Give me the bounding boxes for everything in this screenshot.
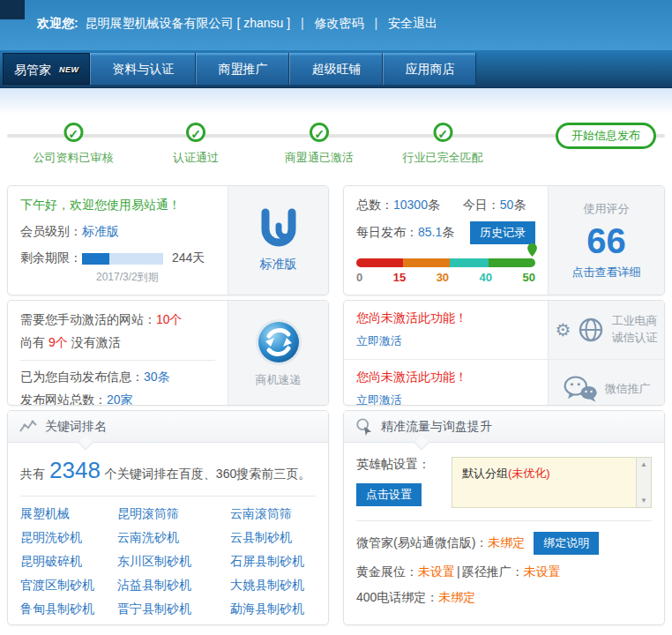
- step-alliance-activated: ✓ 商盟通已激活: [285, 123, 354, 166]
- hero-group-value: 默认分组: [462, 467, 508, 480]
- function-row-wechat-promo: 您尚未激活此功能！ 立即激活 微信推广: [344, 360, 664, 406]
- function-content: 您尚未激活此功能！ 立即激活: [344, 301, 548, 359]
- hero-group-status: (未优化): [508, 467, 550, 480]
- score-detail-link[interactable]: 点击查看详细: [572, 265, 641, 280]
- start-publish-button[interactable]: 开始信息发布: [556, 123, 656, 149]
- scrollbar[interactable]: ▲ ▼: [636, 458, 651, 507]
- bind-help-button[interactable]: 绑定说明: [534, 532, 599, 555]
- activate-now-link[interactable]: 立即激活: [356, 334, 402, 347]
- activation-stats-content: 需要您手动激活的网站：10个 尚有9个没有激活 已为您自动发布信息：30条 发布…: [8, 301, 228, 405]
- keyword-link[interactable]: 勐海县制砂机: [230, 601, 316, 617]
- yizhantong-dashboard: 欢迎您: 昆明展塑机械设备有限公司 [ zhansu ] | 修改密码 | 安全…: [0, 0, 672, 635]
- keyword-link[interactable]: 沾益县制砂机: [117, 578, 230, 594]
- logout-link[interactable]: 安全退出: [388, 16, 437, 30]
- keyword-link[interactable]: 大姚县制砂机: [230, 578, 316, 594]
- line4-label: 发布网站总数：: [20, 392, 107, 406]
- not-activated-warning: 您尚未激活此功能！: [356, 370, 535, 385]
- wechat-manager-line: 微管家(易站通微信版)：未绑定 绑定说明: [356, 532, 652, 555]
- term-progress-bar: [82, 253, 163, 265]
- keyword-link[interactable]: 云县制砂机: [230, 530, 316, 546]
- tab-profile-certification[interactable]: 资料与认证: [90, 53, 196, 85]
- history-button[interactable]: 历史记录: [470, 221, 535, 244]
- hero-post-label: 英雄帖设置：: [356, 457, 441, 473]
- keyword-link[interactable]: 东川区制砂机: [117, 554, 230, 570]
- check-icon: ✓: [310, 123, 329, 142]
- activate-now-link[interactable]: 立即激活: [356, 393, 402, 406]
- change-password-link[interactable]: 修改密码: [315, 16, 364, 30]
- publish-meter: 0 15 30 40 50: [356, 258, 535, 284]
- line2-value: 9个: [49, 335, 68, 349]
- path-label: 蹊径推广：: [462, 564, 524, 579]
- keyword-link[interactable]: 鲁甸县制砂机: [20, 601, 117, 617]
- tab-label: 易管家: [14, 63, 51, 77]
- keyword-link[interactable]: 昆明破碎机: [20, 554, 117, 570]
- line4-value: 20家: [107, 392, 133, 406]
- divider: [20, 360, 215, 361]
- level-value-link[interactable]: 标准版: [82, 224, 119, 238]
- hero-post-settings-row: 英雄帖设置： 点击设置 默认分组(未优化) ▲ ▼: [356, 457, 652, 508]
- scale-30: 30: [437, 271, 449, 284]
- gold-label: 黄金展位：: [356, 564, 418, 579]
- line2-post: 没有激活: [71, 335, 121, 349]
- tab-label: 资料与认证: [112, 62, 174, 76]
- meter-segment-teal: [450, 258, 489, 267]
- phone-line-text: 400电话绑定：未绑定: [356, 590, 475, 606]
- step-industry-matched: ✓ 行业已完全匹配: [403, 123, 483, 166]
- keyword-link[interactable]: 石屏县制砂机: [230, 554, 316, 570]
- remain-value: 244天: [172, 250, 205, 266]
- wechat-status: 未绑定: [488, 535, 525, 549]
- tab-label: 超级旺铺: [311, 62, 361, 76]
- tab-alliance-promotion[interactable]: 商盟推广: [196, 53, 289, 85]
- business-express-globe-icon: [255, 318, 302, 366]
- step-company-verified: ✓ 公司资料已审核: [34, 123, 114, 166]
- function-icon-area: ⚙ 工业电商 诚信认证: [548, 301, 664, 359]
- keyword-panel-header: 关键词排名: [8, 411, 328, 443]
- separator: |: [457, 564, 460, 579]
- main-nav: 易管家 NEW 资料与认证 商盟推广 超级旺铺 应用商店: [0, 50, 672, 88]
- tab-super-shop[interactable]: 超级旺铺: [289, 53, 383, 85]
- gold-booth-line: 黄金展位：未设置|蹊径推广：未设置: [356, 564, 652, 580]
- step-label: 认证通过: [173, 150, 219, 166]
- tab-yiguanjia[interactable]: 易管家 NEW: [3, 53, 90, 85]
- not-activated-warning: 您尚未激活此功能！: [356, 310, 535, 326]
- keyword-link[interactable]: 云南滚筒筛: [230, 506, 316, 522]
- function-label-line: 诚信认证: [611, 330, 657, 347]
- company-name: 昆明展塑机械设备有限公司: [86, 16, 234, 30]
- member-level-line: 会员级别：标准版: [20, 224, 215, 240]
- traffic-panel-title: 精准流量与询盘提升: [381, 419, 492, 435]
- today-unit: 条: [513, 198, 526, 212]
- step-certified: ✓ 认证通过: [173, 123, 219, 166]
- keyword-link[interactable]: 昆明洗砂机: [20, 530, 117, 546]
- keyword-ranking-panel: 关键词排名 共有2348个关键词排在百度、360搜索前三页。 展塑机械 昆明滚筒…: [7, 410, 329, 625]
- not-activated-line: 尚有9个没有激活: [20, 335, 215, 351]
- wechat-label: 微管家(易站通微信版)：: [356, 535, 488, 549]
- check-icon: ✓: [433, 123, 452, 142]
- phone-status: 未绑定: [438, 590, 475, 604]
- tab-label: 应用商店: [405, 62, 454, 76]
- hero-group-box[interactable]: 默认分组(未优化) ▲ ▼: [452, 457, 652, 508]
- tab-label: 商盟推广: [218, 62, 267, 76]
- scroll-up-icon[interactable]: ▲: [637, 460, 651, 468]
- keyword-link[interactable]: 晋宁县制砂机: [117, 601, 230, 617]
- separator: |: [301, 16, 304, 30]
- set-now-button[interactable]: 点击设置: [356, 483, 422, 506]
- check-icon: ✓: [186, 123, 205, 142]
- keyword-link[interactable]: 云南洗砂机: [117, 530, 230, 546]
- tab-app-store[interactable]: 应用商店: [383, 53, 476, 85]
- daily-value: 85.1: [418, 225, 442, 239]
- scroll-down-icon[interactable]: ▼: [637, 497, 651, 504]
- today-value: 50: [500, 198, 514, 212]
- welcome-line: 欢迎您: 昆明展塑机械设备有限公司 [ zhansu ] | 修改密码 | 安全…: [37, 16, 437, 32]
- keyword-link[interactable]: 展塑机械: [20, 506, 117, 522]
- keyword-link[interactable]: 官渡区制砂机: [20, 578, 117, 594]
- path-status: 未设置: [524, 564, 561, 579]
- auto-publish-line: 已为您自动发布信息：30条: [20, 370, 215, 385]
- keyword-link[interactable]: 昆明滚筒筛: [117, 506, 230, 522]
- scale-50: 50: [523, 271, 535, 284]
- usage-score-area: 使用评分 66 点击查看详细: [548, 186, 664, 295]
- function-label-line: 微信推广: [605, 381, 651, 398]
- function-label: 工业电商 诚信认证: [611, 313, 657, 347]
- separator: |: [374, 16, 377, 30]
- level-label: 会员级别：: [20, 224, 82, 238]
- meter-marker-pin-icon: [526, 243, 538, 258]
